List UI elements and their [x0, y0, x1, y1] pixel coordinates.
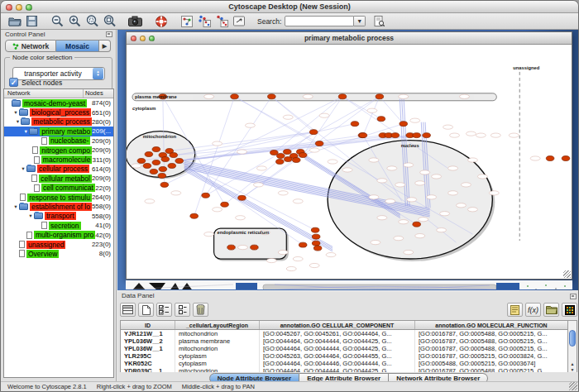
network-node[interactable]: [277, 154, 285, 159]
network-node[interactable]: [159, 166, 167, 171]
zoom-selected-button[interactable]: [84, 14, 101, 29]
network-node[interactable]: [546, 156, 554, 161]
network-node[interactable]: [145, 152, 153, 157]
network-node[interactable]: [377, 117, 385, 122]
snapshot-button[interactable]: [127, 14, 144, 29]
expand-arrow-icon[interactable]: ▼: [12, 110, 19, 115]
attribute-table[interactable]: ID_cellularLayoutRegionannotation.GO CEL…: [120, 320, 569, 374]
table-row[interactable]: YJR121W__1mitochondrion[GO:0045267, GO:0…: [121, 330, 568, 337]
tab-overflow-arrow-icon[interactable]: ▶: [99, 40, 111, 52]
network-node[interactable]: [315, 141, 323, 146]
network-node[interactable]: [376, 94, 384, 99]
scrollbar-thumb[interactable]: [569, 330, 576, 347]
network-node[interactable]: [359, 133, 367, 138]
network-node[interactable]: [270, 151, 279, 155]
tab-mosaic[interactable]: Mosaic: [56, 40, 99, 52]
new-attribute-button[interactable]: [138, 303, 154, 317]
network-node[interactable]: [299, 242, 307, 247]
tree-item-transport[interactable]: ▼transport558(0): [4, 212, 113, 221]
expand-network-button[interactable]: [195, 14, 213, 29]
network-node[interactable]: [202, 193, 210, 198]
network-node[interactable]: [158, 173, 166, 178]
tree-item-cellular-metabol[interactable]: cellular metabol209(0): [4, 174, 113, 183]
network-node[interactable]: [152, 160, 160, 165]
tree-item-response-to-stimulu[interactable]: response to stimulu264(0): [4, 193, 113, 202]
save-button[interactable]: [23, 14, 41, 29]
network-node[interactable]: [143, 163, 151, 168]
tree-item-mosaic-demo-yeast[interactable]: mosaic-demo-yeast874(0): [4, 98, 113, 108]
network-view-frame[interactable]: primary metabolic process plasma membran…: [126, 31, 572, 280]
tree-item-primary-metabo[interactable]: ▼primary metabo209(...: [4, 127, 113, 136]
column-header[interactable]: _cellularLayoutRegion: [175, 321, 260, 329]
expand-arrow-icon[interactable]: ▼: [22, 129, 29, 134]
network-node[interactable]: [221, 202, 229, 207]
matrix-button[interactable]: [562, 303, 577, 317]
network-node[interactable]: [562, 156, 570, 161]
tree-item-nucleobase-[interactable]: nucleobase-209(0): [4, 136, 113, 146]
scrollbar-arrows[interactable]: ▲▼: [568, 361, 577, 373]
network-node[interactable]: [137, 159, 146, 164]
network-node[interactable]: [190, 213, 199, 218]
window-resize-grip[interactable]: [569, 382, 577, 390]
network-canvas-svg[interactable]: plasma membranecytoplasmmitochondrionnuc…: [127, 45, 572, 279]
tree-item-metabolic-process[interactable]: ▼metabolic process280(0): [4, 117, 113, 127]
collapse-network-button[interactable]: [213, 14, 230, 29]
network-node[interactable]: [170, 153, 178, 158]
network-node[interactable]: [351, 122, 359, 127]
import-attributes-button[interactable]: [543, 303, 559, 317]
network-node[interactable]: [238, 195, 246, 200]
network-view-content[interactable]: plasma membranecytoplasmmitochondrionnuc…: [127, 45, 572, 279]
network-node[interactable]: [160, 182, 169, 187]
table-row[interactable]: YPL036W__2plasma membrane[GO:0044464, GO…: [121, 337, 568, 345]
network-node[interactable]: [268, 94, 276, 99]
tree-item-unassigned[interactable]: unassigned223(0): [4, 240, 113, 249]
network-node[interactable]: [299, 153, 307, 158]
network-node[interactable]: [276, 160, 285, 165]
network-node[interactable]: [400, 122, 408, 127]
tab-network[interactable]: Network: [5, 40, 56, 52]
window-titlebar[interactable]: Cytoscape Desktop (New Session): [1, 1, 578, 13]
search-dropdown-button[interactable]: ▼: [354, 16, 366, 26]
network-node[interactable]: [227, 245, 236, 250]
unselect-all-attributes-button[interactable]: [175, 303, 190, 317]
table-scrollbar[interactable]: ▲▼: [567, 320, 577, 374]
tree-item-establishment-of-lo[interactable]: ▼establishment of lo558(0): [4, 202, 113, 211]
delete-attribute-button[interactable]: [193, 303, 208, 317]
network-node[interactable]: [161, 157, 170, 162]
table-row[interactable]: YPL036W__1mitochondrion[GO:0044464, GO:0…: [121, 345, 568, 352]
expand-arrow-icon[interactable]: ▼: [20, 166, 26, 171]
network-node[interactable]: [284, 157, 292, 162]
network-node[interactable]: [292, 158, 300, 163]
network-node[interactable]: [311, 227, 319, 232]
network-node[interactable]: [309, 130, 318, 135]
table-row[interactable]: YLR295Ccytoplasm[GO:0045263, GO:0044464,…: [121, 352, 568, 360]
network-node[interactable]: [152, 147, 160, 152]
network-node[interactable]: [313, 246, 322, 251]
frame-resize-grip[interactable]: [563, 270, 571, 278]
tree-item-overview[interactable]: Overview8(0): [4, 249, 113, 258]
expand-arrow-icon[interactable]: ▼: [14, 119, 21, 124]
expand-arrow-icon[interactable]: ▼: [12, 204, 19, 209]
network-node[interactable]: [391, 133, 400, 138]
label-button[interactable]: [507, 303, 523, 317]
select-all-attributes-button[interactable]: [156, 303, 172, 317]
network-node[interactable]: [413, 133, 421, 138]
annotation-button[interactable]: [230, 14, 247, 29]
table-row[interactable]: YKR052Ccytoplasm[GO:0044464, GO:0044446,…: [121, 360, 568, 367]
tree-header-nodes[interactable]: Nodes: [84, 89, 113, 98]
tree-item-macromolecule[interactable]: macromolecule311(0): [4, 155, 113, 164]
expand-arrow-icon[interactable]: ▼: [27, 213, 34, 218]
tree-item-cell-communicat[interactable]: cell communicat22(0): [4, 184, 113, 193]
tree-item-nitrogen-compo[interactable]: nitrogen compo209(0): [4, 146, 113, 155]
function-builder-button[interactable]: f(x): [525, 303, 541, 317]
network-node[interactable]: [312, 241, 320, 246]
network-node[interactable]: [150, 169, 158, 174]
column-header[interactable]: ID: [121, 321, 175, 329]
select-attributes-button[interactable]: [120, 303, 136, 317]
tree-item-biological-process[interactable]: ▼biological_process651(0): [4, 108, 113, 117]
search-input[interactable]: [285, 16, 354, 26]
network-node[interactable]: [231, 94, 239, 99]
zoom-out-button[interactable]: [49, 14, 66, 29]
open-button[interactable]: [6, 14, 23, 29]
zoom-fit-button[interactable]: [101, 14, 118, 29]
